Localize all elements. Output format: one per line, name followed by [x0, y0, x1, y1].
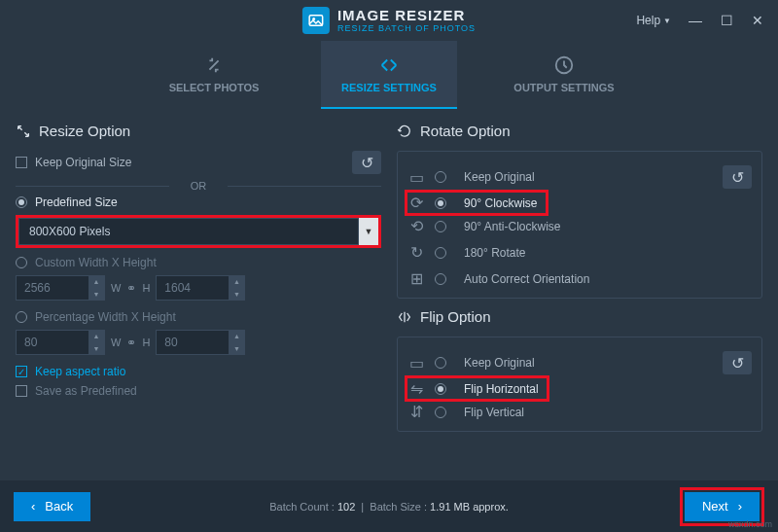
rotate-180-icon: ↻ — [407, 243, 425, 262]
flip-keep-radio[interactable] — [435, 357, 446, 369]
rotate-cw-radio[interactable] — [435, 197, 446, 209]
save-predefined-label: Save as Predefined — [35, 384, 137, 398]
rotate-header: Rotate Option — [397, 123, 762, 139]
custom-height-input[interactable]: 1604▲▼ — [156, 275, 245, 301]
tab-resize-settings[interactable]: RESIZE SETTINGS — [321, 41, 457, 109]
tab-output-settings[interactable]: OUTPUT SETTINGS — [496, 41, 632, 109]
predefined-size-label: Predefined Size — [35, 195, 118, 209]
app-subtitle: RESIZE BATCH OF PHOTOS — [337, 24, 476, 33]
save-predefined-checkbox[interactable] — [16, 385, 27, 397]
rotate-cw-icon: ⟳ — [407, 194, 425, 212]
flip-v-icon: ⇵ — [407, 403, 425, 421]
percent-width-input[interactable]: 80▲▼ — [16, 330, 105, 355]
keep-original-size-checkbox[interactable] — [16, 157, 27, 168]
percentage-size-radio[interactable] — [16, 311, 27, 323]
rotate-acw-radio[interactable] — [435, 221, 446, 232]
link-icon: ⚭ — [126, 281, 136, 295]
back-button[interactable]: ‹Back — [14, 492, 90, 521]
tab-select-photos[interactable]: SELECT PHOTOS — [146, 41, 282, 109]
rotate-acw-icon: ⟲ — [407, 217, 425, 235]
predefined-size-dropdown-icon[interactable]: ▼ — [359, 218, 378, 245]
resize-reset-button[interactable]: ↺ — [352, 151, 381, 174]
rotate-180-radio[interactable] — [435, 247, 446, 259]
rotate-options: ▭ Keep Original ↺ ⟳ 90° Clockwise ⟲ 90° … — [397, 151, 762, 299]
keep-aspect-ratio-checkbox[interactable] — [16, 366, 27, 377]
keep-original-icon: ▭ — [407, 168, 425, 187]
close-button[interactable]: ✕ — [747, 10, 768, 31]
help-menu[interactable]: Help ▼ — [636, 14, 671, 27]
keep-aspect-ratio-label: Keep aspect ratio — [35, 365, 125, 378]
custom-size-label: Custom Width X Height — [35, 256, 157, 269]
batch-info: Batch Count : 102 | Batch Size : 1.91 MB… — [269, 501, 509, 513]
footer: ‹Back Batch Count : 102 | Batch Size : 1… — [0, 480, 778, 532]
keep-original-size-label: Keep Original Size — [35, 156, 131, 169]
resize-header: Resize Option — [16, 123, 381, 139]
percent-height-input[interactable]: 80▲▼ — [156, 330, 245, 355]
next-button[interactable]: Next› — [685, 492, 760, 521]
custom-width-input[interactable]: 2566▲▼ — [16, 275, 105, 301]
flip-h-icon: ⇋ — [407, 379, 425, 398]
app-logo-icon — [302, 7, 330, 34]
flip-reset-button[interactable]: ↺ — [723, 351, 752, 374]
app-title: IMAGE RESIZER — [337, 8, 476, 22]
maximize-button[interactable]: ☐ — [716, 10, 737, 31]
flip-header: Flip Option — [397, 308, 762, 325]
percentage-size-label: Percentage Width X Height — [35, 310, 176, 324]
flip-options: ▭ Keep Original ↺ ⇋ Flip Horizontal ⇵ Fl… — [397, 337, 762, 432]
flip-keep-icon: ▭ — [407, 354, 425, 372]
titlebar: IMAGE RESIZER RESIZE BATCH OF PHOTOS Hel… — [0, 0, 778, 41]
resize-panel: Resize Option Keep Original Size ↺ OR Pr… — [16, 109, 381, 469]
flip-vertical-radio[interactable] — [435, 407, 446, 418]
custom-size-radio[interactable] — [16, 257, 27, 268]
rotate-auto-radio[interactable] — [435, 273, 446, 285]
tabs-nav: SELECT PHOTOS RESIZE SETTINGS OUTPUT SET… — [0, 41, 778, 109]
watermark: wsxdn.com — [728, 519, 772, 529]
link-icon: ⚭ — [126, 336, 136, 349]
predefined-size-select[interactable]: 800X600 Pixels — [18, 218, 359, 245]
rotate-keep-radio[interactable] — [435, 171, 446, 183]
or-divider: OR — [16, 180, 381, 192]
predefined-size-radio[interactable] — [16, 196, 27, 208]
rotate-reset-button[interactable]: ↺ — [723, 165, 752, 189]
minimize-button[interactable]: — — [685, 10, 706, 31]
auto-orient-icon: ⊞ — [407, 269, 425, 288]
flip-horizontal-radio[interactable] — [435, 383, 446, 395]
